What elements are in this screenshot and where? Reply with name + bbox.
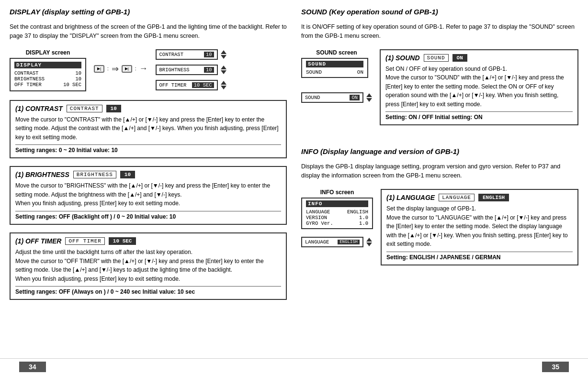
offtimer-body1: Adjust the time until the backlight turn… <box>15 249 192 255</box>
down-arrow-i <box>366 243 372 246</box>
sound-sub-inner: SOUND ON <box>305 95 360 100</box>
info-lang-value: ENGLISH <box>347 209 368 215</box>
left-page-number: 34 <box>19 362 46 372</box>
sound-tag2: ON <box>452 54 467 62</box>
contrast-box-body: Move the cursor to "CONTRAST" with the [… <box>15 115 281 142</box>
info-screen-box: INFO LANGUAGE ENGLISH VERSION 1.0 GYRO V… <box>301 198 373 229</box>
sound-screen-diagram: SOUND screen SOUND SOUND ON SOUND ON <box>301 49 372 103</box>
sound-sub-label: SOUND <box>305 95 320 100</box>
display-row-offtimer: OFF TIMER 10 SEC <box>14 82 81 88</box>
sound-section-title: SOUND (Key operation sound of GPB-1) <box>301 8 578 16</box>
info-lang-label: LANGUAGE <box>306 209 330 215</box>
offtimer-info-box: (1) OFF TIMER OFF TIMER 10 SEC Adjust th… <box>10 232 287 300</box>
info-section-title: INFO (Display language and version of GP… <box>301 147 578 155</box>
contrast-tag1: CONTRAST <box>67 105 102 112</box>
left-column: DISPLAY (display setting of GPB-1) Set t… <box>10 8 287 351</box>
sound-box-setting: Setting: ON / OFF Initial setting: ON <box>385 111 573 121</box>
sound-box-body: Set ON / OFF of key operation sound of G… <box>385 65 573 109</box>
offtimer-arrows <box>221 80 226 90</box>
sound-arrows <box>366 93 372 102</box>
language-box-title: (1) LANGUAGE LANGUAGE ENGLISH <box>386 194 573 201</box>
display-brightness-value: 10 <box>75 76 81 82</box>
up-arrow-o <box>221 81 226 85</box>
sound-diagram-area: SOUND screen SOUND SOUND ON SOUND ON <box>301 49 578 129</box>
brightness-tag2: 10 <box>120 171 135 178</box>
language-info-box: (1) LANGUAGE LANGUAGE ENGLISH Set the di… <box>381 189 578 265</box>
contrast-box-setting: Setting ranges: 0 ~ 20 Initial value: 10 <box>15 144 281 154</box>
language-title-text: (1) LANGUAGE <box>386 194 435 201</box>
language-box-body: Set the display language of GPB-1. Move … <box>386 204 573 249</box>
sound-sub-screen-wrap: SOUND ON <box>301 92 372 103</box>
sound-tag1: SOUND <box>424 54 449 62</box>
brightness-setting-text: Setting ranges: OFF (Backlight off ) / 0… <box>15 213 176 220</box>
sub-offtimer-label: OFF TIMER <box>159 82 187 88</box>
info-screen-rows: LANGUAGE ENGLISH VERSION 1.0 GYRO Ver. 1… <box>306 209 368 226</box>
display-screen-diagram-left: DISPLAY screen DISPLAY CONTRAST 10 BRIGH… <box>10 49 86 91</box>
colon-2: : <box>135 66 136 71</box>
colon-1: : <box>107 66 109 71</box>
down-arrow <box>221 55 226 59</box>
brightness-info-box: (1) BRIGHTNESS BRIGHTNESS 10 Move the cu… <box>10 166 287 225</box>
up-arrow <box>221 50 226 54</box>
info-sub-value: ENGLISH <box>338 240 360 244</box>
brightness-box-setting: Setting ranges: OFF (Backlight off ) / 0… <box>15 211 281 220</box>
sound-setting-text: Setting: ON / OFF Initial setting: ON <box>385 114 483 121</box>
sound-screen-box: SOUND SOUND ON <box>301 58 368 78</box>
up-arrow-s <box>366 93 372 97</box>
contrast-setting-text: Setting ranges: 0 ~ 20 Initial value: 10 <box>15 147 118 154</box>
display-offtimer-value: 10 SEC <box>63 82 81 88</box>
right-page-number: 35 <box>542 362 569 372</box>
sound-section-desc: It is ON/OFF setting of key operation so… <box>301 22 578 41</box>
contrast-title-text: (1) CONTRAST <box>15 105 63 112</box>
language-tag1: LANGUAGE <box>439 194 475 201</box>
sub-brightness-value: 10 <box>204 67 214 73</box>
sound-sub-screen: SOUND ON <box>301 92 363 103</box>
sub-screen-brightness-row: BRIGHTNESS 10 <box>156 65 226 75</box>
display-row-contrast: CONTRAST 10 <box>14 70 81 76</box>
display-brightness-label: BRIGHTNESS <box>14 76 45 82</box>
offtimer-box-title: (1) OFF TIMER OFF TIMER 10 SEC <box>15 237 281 245</box>
info-gyro-value: 1.0 <box>359 221 368 226</box>
sub-screen-contrast: CONTRAST 10 <box>156 49 218 60</box>
info-sub-label: LANGUAGE <box>305 239 329 245</box>
sub-brightness-label: BRIGHTNESS <box>159 67 190 73</box>
language-box-setting: Setting: ENGLISH / JAPANESE / GERMAN <box>386 252 573 261</box>
info-sub-row: LANGUAGE ENGLISH <box>301 237 373 247</box>
info-ver-label: VERSION <box>306 215 327 221</box>
sub-screen-offtimer-inner: OFF TIMER 10 SEC <box>159 82 214 88</box>
offtimer-tag1: OFF TIMER <box>65 237 104 245</box>
sound-row1-label: SOUND <box>306 69 322 75</box>
info-sub-screen-wrap: LANGUAGE ENGLISH <box>301 237 373 247</box>
display-screen-label: DISPLAY screen <box>10 49 86 56</box>
sub-contrast-label: CONTRAST <box>159 52 183 57</box>
sound-box-title: (1) SOUND SOUND ON <box>385 54 573 62</box>
sound-screen-label: SOUND screen <box>301 49 372 56</box>
sub-contrast-value: 10 <box>204 52 214 57</box>
info-row-version: VERSION 1.0 <box>306 215 368 221</box>
spacer <box>301 133 578 143</box>
up-arrow-b <box>221 66 226 69</box>
display-screen-box: DISPLAY CONTRAST 10 BRIGHTNESS 10 OFF TI… <box>10 58 86 91</box>
brightness-box-title: (1) BRIGHTNESS BRIGHTNESS 10 <box>15 171 281 178</box>
brightness-title-text: (1) BRIGHTNESS <box>15 171 69 178</box>
display-offtimer-label: OFF TIMER <box>14 82 42 88</box>
sound-sub-row: SOUND ON <box>301 92 372 103</box>
sound-info-box: (1) SOUND SOUND ON Set ON / OFF of key o… <box>380 49 578 126</box>
sub-screen-offtimer-row: OFF TIMER 10 SEC <box>156 80 226 90</box>
offtimer-setting-text: Setting ranges: OFF (Always on ) / 0 ~ 2… <box>15 288 195 295</box>
contrast-arrows <box>221 50 226 59</box>
contrast-info-box: (1) CONTRAST CONTRAST 10 Move the cursor… <box>10 100 287 159</box>
info-arrows <box>366 237 372 247</box>
language-tag2: ENGLISH <box>478 194 509 201</box>
arrow-2: → <box>139 64 148 74</box>
info-row-gyro: GYRO Ver. 1.0 <box>306 221 368 226</box>
display-contrast-label: CONTRAST <box>14 70 38 76</box>
sub-screen-brightness-inner: BRIGHTNESS 10 <box>159 67 214 73</box>
diagram-arrows: ▶| : ⇒ ▶| : → <box>94 64 148 74</box>
down-arrow-s <box>366 98 372 102</box>
offtimer-body3: When you finish adjusting, press [Enter]… <box>15 276 180 282</box>
info-screen-diagram: INFO screen INFO LANGUAGE ENGLISH VERSIO… <box>301 189 373 247</box>
info-ver-value: 1.0 <box>359 215 368 221</box>
sub-screens: CONTRAST 10 BRIGHTNESS 10 <box>156 49 226 90</box>
display-screen-header: DISPLAY <box>14 62 81 68</box>
